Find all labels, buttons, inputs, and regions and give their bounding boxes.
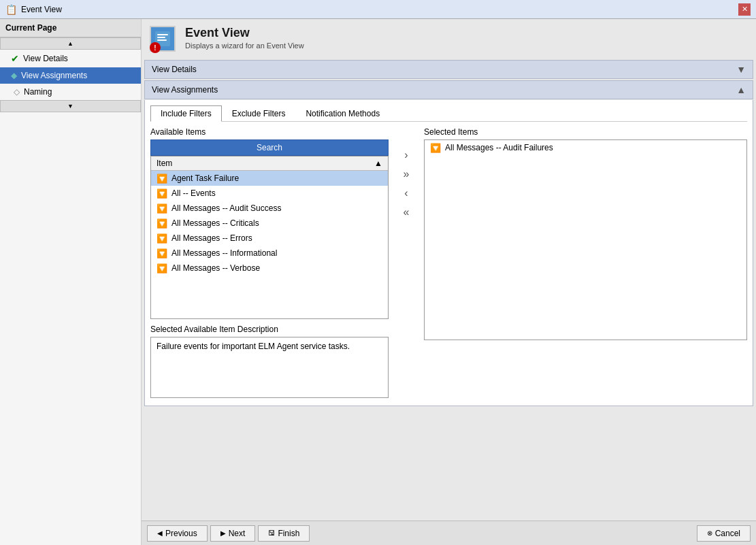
filter-icon-5: 🔽: [157, 233, 167, 244]
selected-filter-icon: 🔽: [430, 142, 441, 153]
content-header: ! Event View Displays a wizard for an Ev…: [142, 19, 756, 60]
selected-items-label: Selected Items: [424, 127, 747, 137]
description-label: Selected Available Item Description: [150, 325, 389, 334]
sidebar-scroll-down[interactable]: ▼: [0, 100, 141, 112]
sidebar-header: Current Page: [0, 19, 141, 37]
sidebar-scroll: ▲ ✔ View Details ◆ View Assignments ◇ Na…: [0, 37, 141, 545]
list-item-label: All -- Events: [171, 188, 216, 198]
tab-exclude-filters[interactable]: Exclude Filters: [222, 105, 296, 121]
svg-rect-3: [157, 39, 167, 41]
previous-icon: ◀: [157, 529, 163, 537]
sidebar-item-label-view-assignments: View Assignments: [21, 71, 87, 80]
sidebar-item-view-assignments[interactable]: ◆ View Assignments: [0, 67, 141, 84]
items-list-scroll[interactable]: 🔽 Agent Task Failure 🔽 All -- Events 🔽: [151, 171, 388, 318]
bottom-nav: ◀ Previous ▶ Next 🖫 Finish ⊗ Cancel: [142, 521, 756, 545]
section-view-assignments-body: Include Filters Exclude Filters Notifica…: [144, 100, 753, 406]
section-view-details-label: View Details: [152, 65, 197, 74]
items-list-header: Item ▲: [151, 156, 388, 171]
add-one-button[interactable]: ›: [401, 148, 410, 163]
filter-icon-1: 🔽: [157, 173, 167, 184]
next-label: Next: [229, 529, 246, 538]
sidebar-item-label-view-details: View Details: [23, 54, 68, 63]
add-all-button[interactable]: »: [401, 167, 412, 182]
cancel-icon: ⊗: [707, 529, 712, 537]
warning-badge: !: [150, 42, 161, 53]
description-area: Selected Available Item Description Fail…: [150, 325, 389, 400]
title-bar-text: Event View: [21, 5, 62, 14]
filter-layout: Available Items Item ▲ 🔽 Agent Task Fail…: [150, 127, 747, 400]
filter-icon-2: 🔽: [157, 188, 167, 199]
page-subtitle: Displays a wizard for an Event View: [185, 42, 304, 50]
cancel-label: Cancel: [715, 529, 740, 538]
remove-one-button[interactable]: ‹: [401, 186, 410, 201]
previous-label: Previous: [165, 529, 197, 538]
close-button[interactable]: ✕: [738, 3, 751, 16]
sidebar-item-view-details[interactable]: ✔ View Details: [0, 50, 141, 67]
list-item-label: All Messages -- Criticals: [171, 218, 259, 228]
filter-icon-6: 🔽: [157, 248, 167, 259]
next-button[interactable]: ▶ Next: [210, 525, 256, 542]
section-view-details[interactable]: View Details ▼: [144, 60, 753, 79]
selected-list[interactable]: 🔽 All Messages -- Audit Failures: [424, 139, 747, 340]
list-item-label: All Messages -- Informational: [171, 248, 277, 258]
finish-icon: 🖫: [268, 529, 275, 537]
previous-button[interactable]: ◀ Previous: [147, 525, 208, 542]
items-list-container: Item ▲ 🔽 Agent Task Failure 🔽: [150, 156, 389, 319]
sort-arrow: ▲: [374, 159, 382, 168]
remove-all-button[interactable]: «: [401, 205, 412, 220]
list-item[interactable]: 🔽 All Messages -- Audit Success: [151, 201, 388, 216]
step-icon-diamond-active: ◆: [11, 71, 17, 80]
content-area: ! Event View Displays a wizard for an Ev…: [142, 19, 756, 545]
list-item[interactable]: 🔽 All Messages -- Informational: [151, 246, 388, 261]
title-bar: 📋 Event View ✕: [0, 0, 756, 19]
list-item-label: All Messages -- Errors: [171, 233, 252, 243]
filter-icon-7: 🔽: [157, 263, 167, 274]
next-icon: ▶: [220, 529, 226, 537]
sidebar: Current Page ▲ ✔ View Details ◆ View Ass…: [0, 19, 142, 545]
selected-item-label: All Messages -- Audit Failures: [445, 143, 553, 152]
step-icon-check: ✔: [11, 53, 19, 64]
selected-list-item[interactable]: 🔽 All Messages -- Audit Failures: [425, 140, 746, 155]
list-item[interactable]: 🔽 All Messages -- Criticals: [151, 216, 388, 231]
list-item-label: All Messages -- Audit Success: [171, 203, 281, 213]
panel-scroll-area[interactable]: View Details ▼ View Assignments ▲ Includ…: [142, 60, 756, 521]
app-icon: 📋: [5, 4, 17, 15]
description-box[interactable]: Failure events for important ELM Agent s…: [150, 337, 389, 398]
svg-rect-2: [157, 37, 165, 38]
section-view-assignments[interactable]: View Assignments ▲: [144, 80, 753, 99]
finish-button[interactable]: 🖫 Finish: [258, 525, 310, 542]
available-items-label: Available Items: [150, 127, 389, 137]
sidebar-scroll-up[interactable]: ▲: [0, 37, 141, 50]
list-item[interactable]: 🔽 All Messages -- Verbose: [151, 261, 388, 276]
section-view-assignments-label: View Assignments: [152, 85, 218, 95]
finish-label: Finish: [278, 529, 299, 538]
main-container: Current Page ▲ ✔ View Details ◆ View Ass…: [0, 19, 756, 545]
step-icon-diamond-pending: ◇: [14, 87, 20, 97]
header-text: Event View Displays a wizard for an Even…: [185, 26, 304, 50]
sidebar-item-label-naming: Naming: [24, 87, 52, 97]
transfer-buttons: › » ‹ «: [394, 127, 418, 220]
tabs-row: Include Filters Exclude Filters Notifica…: [150, 105, 747, 122]
selected-items-panel: Selected Items 🔽 All Messages -- Audit F…: [424, 127, 747, 340]
sidebar-item-naming[interactable]: ◇ Naming: [0, 84, 141, 100]
cancel-button[interactable]: ⊗ Cancel: [697, 525, 751, 542]
section-view-assignments-toggle[interactable]: ▲: [736, 84, 746, 95]
list-item[interactable]: 🔽 All Messages -- Errors: [151, 231, 388, 246]
search-input[interactable]: [150, 139, 389, 156]
section-view-details-toggle[interactable]: ▼: [736, 64, 746, 75]
list-item-label: Agent Task Failure: [171, 174, 239, 183]
list-item-label: All Messages -- Verbose: [171, 263, 260, 273]
filter-icon-3: 🔽: [157, 203, 167, 214]
svg-rect-1: [157, 34, 168, 35]
available-items-panel: Available Items Item ▲ 🔽 Agent Task Fail…: [150, 127, 389, 400]
tab-include-filters[interactable]: Include Filters: [150, 105, 222, 122]
list-item[interactable]: 🔽 Agent Task Failure: [151, 171, 388, 186]
list-item[interactable]: 🔽 All -- Events: [151, 186, 388, 201]
item-column-header: Item: [157, 159, 172, 168]
filter-icon-4: 🔽: [157, 218, 167, 229]
header-icon-wrap: !: [150, 26, 177, 53]
tab-notification-methods[interactable]: Notification Methods: [295, 105, 390, 121]
page-title: Event View: [185, 26, 304, 40]
